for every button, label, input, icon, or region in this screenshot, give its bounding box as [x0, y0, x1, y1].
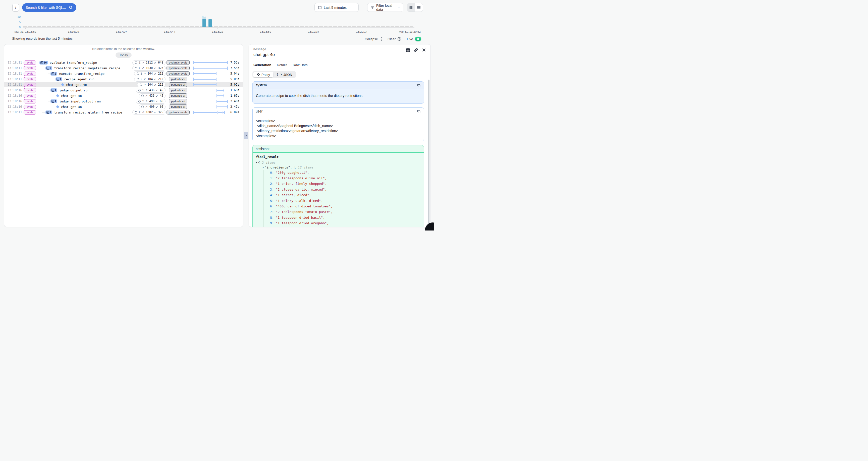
coin-icon [135, 61, 137, 64]
token-metrics-chip: ↗ 490↙ 66 [139, 104, 165, 109]
trace-row[interactable]: 13:18:11evals1recipe_agent runΣ↗ 104↙ 21… [4, 76, 243, 82]
evals-tag[interactable]: evals [24, 99, 36, 103]
span-name: recipe_agent run [64, 77, 94, 81]
role-label: user [256, 109, 262, 113]
expander-badge[interactable]: 1 [56, 77, 62, 81]
trace-row[interactable]: 13:18:11evals7transform_recipe: gluten_f… [4, 110, 243, 115]
expander-badge[interactable]: 16 [39, 61, 48, 64]
search-input[interactable]: Search & filter with SQL... [22, 3, 76, 12]
span-duration-bar [189, 110, 224, 115]
panel-resize-grip[interactable] [244, 132, 248, 140]
showing-records-text: Showing records from the last 5 minutes [12, 37, 72, 40]
tab-details[interactable]: Details [277, 63, 287, 69]
token-metrics-chip: Σ↗ 1082↙ 325 [132, 110, 165, 115]
coin-icon [136, 72, 139, 75]
clear-button[interactable]: Clear [388, 36, 401, 42]
evals-tag[interactable]: evals [24, 94, 36, 98]
evals-tag[interactable]: evals [24, 83, 36, 87]
trace-row[interactable]: 13:18:11evals7transform_recipe: vegetari… [4, 65, 243, 71]
chevron-down-icon[interactable]: ▼ [262, 166, 264, 168]
arrow-up-right-icon: ↗ [144, 83, 146, 86]
row-timestamp: 13:18:11 [4, 111, 20, 114]
evals-tag[interactable]: evals [24, 105, 36, 109]
trace-row[interactable]: 13:18:11evals2execute transform_recipeΣ↗… [4, 71, 243, 76]
coin-icon [141, 94, 144, 97]
expander-badge[interactable]: 1 [51, 99, 57, 103]
copy-icon[interactable] [417, 83, 421, 87]
json-toggle[interactable]: { } JSON [273, 72, 296, 77]
today-pill[interactable]: Today [116, 53, 132, 58]
live-toggle[interactable]: Live [407, 36, 421, 42]
expander-badge[interactable]: 7 [45, 66, 52, 70]
expander-badge[interactable]: 1 [51, 88, 57, 92]
arrow-down-left-icon: ↙ [154, 111, 156, 114]
json-label: JSON [284, 73, 292, 76]
arrow-down-left-icon: ↙ [154, 83, 156, 86]
dock-panel-icon[interactable] [406, 48, 410, 52]
span-detail-panel: message chat gpt-4o [249, 44, 431, 227]
evals-tag[interactable]: evals [24, 61, 36, 65]
trace-row[interactable]: 13:18:16evals1judge_input_output runΣ↗ 4… [4, 98, 243, 104]
time-range-button[interactable]: Last 5 minutes ⌄ [314, 3, 359, 12]
json-line: 6:"400g can of diced tomatoes", [256, 204, 421, 209]
arrow-up-right-icon: ↗ [145, 89, 148, 92]
trace-row[interactable]: 13:18:16evalschat gpt-4o↗ 490↙ 66pydanti… [4, 104, 243, 110]
evals-tag[interactable]: evals [24, 66, 36, 70]
final-result-label: final_result [256, 155, 421, 159]
sparkle-icon [256, 73, 260, 76]
evals-tag[interactable]: evals [24, 88, 36, 92]
trace-row[interactable]: 13:18:16evals1judge_output runΣ↗ 436↙ 45… [4, 87, 243, 93]
json-line: 2:"1 onion, finely chopped", [256, 181, 421, 187]
close-icon[interactable] [422, 48, 426, 52]
token-metrics-chip: ↗ 104↙ 212 [137, 82, 165, 87]
expander-badge[interactable]: 2 [51, 72, 57, 75]
sigma-icon: Σ [138, 111, 141, 114]
span-duration-bar [189, 60, 224, 65]
sigma-icon: Σ [138, 66, 141, 70]
json-line: 9:"1 teaspoon dried oregano", [256, 220, 421, 226]
span-duration: 5.03s [224, 77, 240, 81]
collapse-square-minus-icon [52, 100, 54, 103]
format-toggle: Pretty { } JSON [252, 71, 296, 78]
histogram-bar[interactable] [209, 19, 212, 27]
coin-icon [138, 100, 141, 103]
assistant-message-card: assistant final_result ▼{2 items▼"ingred… [252, 145, 424, 227]
leaf-diamond-icon [61, 83, 64, 86]
coin-icon [138, 89, 141, 92]
trace-row[interactable]: 13:18:11evals16evaluate transform_recipe… [4, 60, 243, 65]
time-range-label: Last 5 minutes [324, 5, 347, 9]
filter-local-data-button[interactable]: Filter local data ⌄ [367, 3, 403, 12]
tree-guide-line [51, 69, 51, 101]
row-timestamp: 13:18:16 [4, 99, 20, 103]
detail-scrollbar[interactable] [428, 80, 430, 224]
tab-generation[interactable]: Generation [253, 63, 271, 69]
tree-view-icon[interactable] [407, 3, 415, 11]
arrow-up-right-icon: ↗ [144, 72, 146, 75]
span-duration: 1.67s [224, 94, 240, 97]
trace-row[interactable]: 13:18:16evalschat gpt-4o↗ 436↙ 45pydanti… [4, 93, 243, 98]
evals-tag[interactable]: evals [24, 110, 36, 115]
scope-chip: pydantic-ai [169, 77, 187, 81]
evals-tag[interactable]: evals [24, 71, 36, 76]
span-name: transform_recipe: vegetarian_recipe [54, 66, 120, 70]
json-line: 3:"2 cloves garlic, minced", [256, 187, 421, 192]
live-indicator-icon [415, 37, 421, 41]
collapse-button[interactable]: Collapse [365, 36, 383, 42]
x-axis-tick-label: 13:18:59 [260, 30, 271, 33]
x-axis-tick-label: Mar 31. 13:15:52 [14, 30, 36, 33]
tab-raw-data[interactable]: Raw Data [293, 63, 308, 69]
chevron-down-icon[interactable]: ▼ [256, 161, 257, 164]
evals-tag[interactable]: evals [24, 77, 36, 81]
copy-link-icon[interactable] [414, 48, 418, 52]
list-view-icon[interactable] [415, 3, 423, 11]
row-timestamp: 13:18:16 [4, 94, 20, 97]
arrow-up-right-icon: ↗ [142, 61, 144, 64]
json-line: 1:"2 tablespoons olive oil", [256, 175, 421, 181]
json-line: 0:"200g spaghetti", [256, 170, 421, 175]
copy-icon[interactable] [417, 110, 421, 113]
expander-badge[interactable]: 7 [45, 111, 52, 114]
calendar-icon [318, 5, 322, 9]
pretty-toggle[interactable]: Pretty [253, 72, 273, 77]
x-axis-tick-label: Mar 31. 13:20:52 [399, 30, 421, 33]
trace-row[interactable]: 13:18:11evalschat gpt-4o↗ 104↙ 212pydant… [4, 82, 243, 87]
